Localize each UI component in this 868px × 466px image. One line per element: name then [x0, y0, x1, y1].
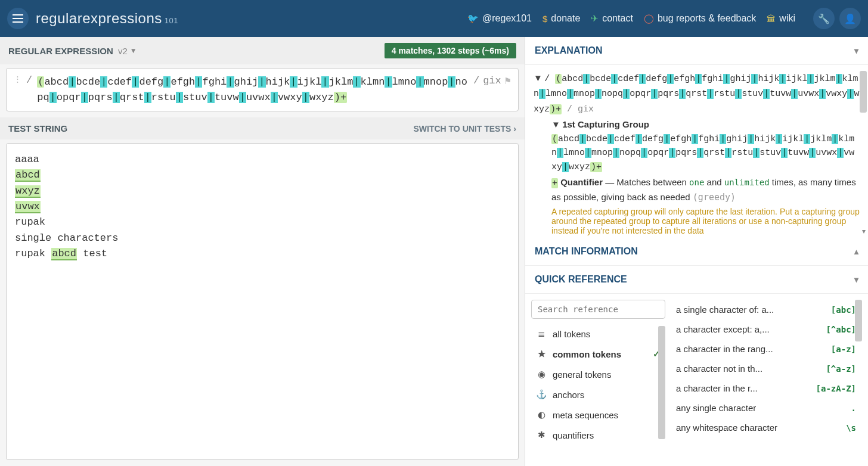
quickref-category[interactable]: ⚓anchors — [531, 384, 665, 405]
settings-button[interactable]: 🔧 — [813, 8, 835, 29]
test-line: uvwx — [15, 199, 510, 215]
category-icon: ★ — [536, 349, 547, 359]
category-icon: ≣ — [536, 328, 547, 339]
category-icon: ✱ — [536, 430, 547, 440]
nav-twitter[interactable]: 🐦@regex101 — [467, 13, 532, 24]
info-pane: EXPLANATION ▾ ▼ / (abcd|bcde|cdef|defg|e… — [525, 37, 868, 466]
test-line: rupak — [15, 215, 510, 230]
flag-icon: ⚑ — [505, 74, 511, 87]
quickref-item[interactable]: a character except: a,...[^abc] — [670, 319, 862, 339]
quantifier-token: + — [551, 178, 558, 188]
nav-bugs[interactable]: ◯bug reports & feedback — [644, 13, 756, 24]
category-icon: ◉ — [536, 369, 547, 380]
scrollbar[interactable] — [855, 300, 862, 341]
quickref-item[interactable]: any single character. — [670, 398, 862, 418]
quickref-categories: ≣all tokens★common tokens✓◉general token… — [531, 300, 665, 437]
regex-delimiter-open: / — [26, 74, 32, 86]
regex-flags[interactable]: / gix ⚑ — [473, 74, 511, 87]
user-icon: 👤 — [844, 13, 856, 24]
quickref-item[interactable]: any whitespace character\s — [670, 418, 862, 437]
category-icon: ◐ — [536, 409, 547, 420]
wrench-icon: 🔧 — [818, 13, 830, 24]
regex-pattern[interactable]: (abcd|bcde|cdef|defg|efgh|fghi|ghij|hijk… — [37, 74, 469, 105]
quickref-category[interactable]: ★common tokens✓ — [531, 344, 665, 364]
nav-wiki[interactable]: 🏛wiki — [767, 13, 795, 24]
explanation-pattern: / (abcd|bcde|cdef|defg|efgh|fghi|ghij|hi… — [534, 74, 859, 114]
collapse-toggle[interactable]: ▼ — [551, 117, 560, 131]
test-line: abcd — [15, 167, 510, 183]
quickref-item[interactable]: a single character of: a...[abc] — [670, 300, 862, 319]
category-icon: ⚓ — [536, 389, 547, 400]
scrollbar[interactable] — [860, 71, 867, 113]
nav-contact[interactable]: ✈contact — [591, 13, 633, 24]
hamburger-icon — [13, 14, 23, 23]
top-nav: 🐦@regex101 $donate ✈contact ◯bug reports… — [467, 8, 861, 29]
chevron-down-icon[interactable]: ▾ — [854, 46, 858, 55]
test-string-header: TEST STRING SWITCH TO UNIT TESTS › — [0, 117, 525, 139]
collapse-toggle[interactable]: ▼ — [534, 71, 542, 85]
bank-icon: 🏛 — [767, 14, 776, 24]
app-header: regularexpressions101 🐦@regex101 $donate… — [0, 0, 868, 37]
chevron-down-icon[interactable]: ▾ — [862, 227, 866, 235]
capturing-group-label: 1st Capturing Group — [562, 119, 649, 129]
quantifier-label: Quantifier — [560, 177, 603, 187]
search-input[interactable] — [531, 300, 665, 319]
regex-section-header: REGULAR EXPRESSION v2 ▼ 4 matches, 1302 … — [0, 37, 525, 64]
quickref-category[interactable]: ≣all tokens — [531, 324, 665, 344]
scrollbar[interactable] — [658, 326, 665, 439]
regex-delimiter-close: / — [473, 75, 479, 86]
chevron-right-icon: › — [513, 124, 516, 133]
github-icon: ◯ — [644, 13, 654, 24]
send-icon: ✈ — [591, 13, 599, 24]
drag-handle-icon[interactable]: ⋮ — [14, 74, 21, 83]
quickref-category[interactable]: ◉general tokens — [531, 364, 665, 384]
user-button[interactable]: 👤 — [839, 8, 861, 29]
match-status-badge: 4 matches, 1302 steps (~6ms) — [385, 43, 516, 58]
chevron-down-icon[interactable]: ▾ — [854, 275, 858, 284]
chevron-down-icon[interactable]: ▼ — [130, 46, 137, 55]
test-line: single characters — [15, 231, 510, 246]
dollar-icon: $ — [542, 14, 547, 24]
quick-reference-body: ≣all tokens★common tokens✓◉general token… — [525, 294, 868, 443]
quickref-item[interactable]: a character in the r...[a-zA-Z] — [670, 378, 862, 398]
capturing-group-pattern: (abcd|bcde|cdef|defg|efgh|fghi|ghij|hijk… — [551, 132, 860, 174]
editor-pane: REGULAR EXPRESSION v2 ▼ 4 matches, 1302 … — [0, 37, 525, 466]
twitter-icon: 🐦 — [467, 13, 479, 24]
test-line: wxyz — [15, 184, 510, 199]
chevron-up-icon[interactable]: ▴ — [854, 247, 858, 256]
warning-text: A repeated capturing group will only cap… — [551, 207, 860, 235]
switch-to-unit-tests[interactable]: SWITCH TO UNIT TESTS › — [413, 124, 516, 133]
quickref-item[interactable]: a character in the rang...[a-z] — [670, 339, 862, 359]
app-logo: regularexpressions101 — [36, 10, 178, 27]
quickref-category[interactable]: ✱quantifiers — [531, 425, 665, 445]
test-string-input[interactable]: aaaaabcdwxyzuvwxrupaksingle charactersru… — [6, 143, 519, 460]
test-line: aaaa — [15, 152, 510, 167]
explanation-body: ▼ / (abcd|bcde|cdef|defg|efgh|fghi|ghij|… — [525, 65, 868, 238]
test-line: rupak abcd test — [15, 246, 510, 262]
menu-button[interactable] — [7, 8, 29, 29]
regex-input[interactable]: ⋮ / (abcd|bcde|cdef|defg|efgh|fghi|ghij|… — [6, 68, 519, 111]
nav-donate[interactable]: $donate — [542, 13, 580, 24]
match-info-header[interactable]: MATCH INFORMATION ▴ — [525, 238, 868, 266]
quickref-item[interactable]: a character not in th...[^a-z] — [670, 359, 862, 378]
quickref-category[interactable]: ◐meta sequences — [531, 405, 665, 425]
quick-reference-header[interactable]: QUICK REFERENCE ▾ — [525, 266, 868, 294]
greedy-label: (greedy) — [693, 192, 736, 203]
quickref-items: a single character of: a...[abc]a charac… — [670, 300, 862, 437]
explanation-header[interactable]: EXPLANATION ▾ — [525, 37, 868, 65]
